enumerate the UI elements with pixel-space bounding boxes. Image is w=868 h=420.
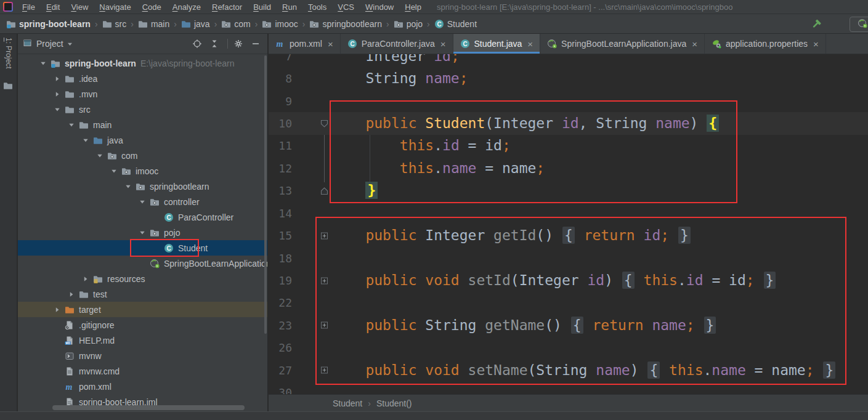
menu-window[interactable]: Window [360,2,399,12]
plus-fold-icon[interactable] [320,321,328,329]
menu-run[interactable]: Run [277,2,302,12]
close-icon[interactable]: × [692,39,697,49]
code-line-18[interactable]: 18 [269,247,868,270]
code-line-8[interactable]: 8 String name; [269,67,868,90]
close-icon[interactable]: × [813,39,819,49]
breadcrumb-item-java[interactable]: java [181,19,210,29]
run-configuration-button[interactable]: S [850,17,868,32]
menu-analyze[interactable]: Analyze [167,2,206,12]
tab-application-properties[interactable]: application.properties× [705,34,826,54]
breadcrumb-item-student[interactable]: CStudent [434,19,477,29]
breadcrumb-item-imooc[interactable]: imooc [262,19,298,29]
menu-build[interactable]: Build [248,2,277,12]
code-line-26[interactable]: 26 [269,336,868,359]
tree-item-main[interactable]: main [18,117,267,132]
tree-item-springbootlearn[interactable]: springbootlearn [18,179,267,194]
chevron-down-icon[interactable] [107,163,121,179]
editor-breadcrumb-student[interactable]: Student() [376,398,412,408]
tree-item-imooc[interactable]: imooc [18,163,267,179]
code-editor[interactable]: 7 Integer id;8 String name;910 public St… [269,54,868,394]
chevron-right-icon[interactable] [51,86,64,102]
editor-breadcrumb-student[interactable]: Student [333,398,362,408]
tree-item-mvnw[interactable]: mvnw [18,348,267,363]
chevron-down-icon[interactable] [79,132,92,148]
chevron-down-icon[interactable] [65,117,78,132]
breadcrumb-item-spring-boot-learn[interactable]: spring-boot-learn [6,19,91,29]
collapse-all-icon[interactable] [208,37,221,50]
tree-item-help-md[interactable]: MDHELP.md [18,333,267,348]
breadcrumb-item-com[interactable]: com [221,19,250,29]
tree-item-pojo[interactable]: pojo [18,225,267,240]
chevron-right-icon[interactable] [51,71,64,86]
tree-item-resources[interactable]: resources [18,271,267,286]
code-line-13[interactable]: 13 } [269,179,868,202]
code-line-11[interactable]: 11 this.id = id; [269,134,868,157]
close-icon[interactable]: × [440,39,446,49]
menu-edit[interactable]: Edit [41,2,65,12]
code-line-12[interactable]: 12 this.name = name; [269,157,868,180]
breadcrumb-item-pojo[interactable]: pojo [394,19,423,29]
chevron-down-icon[interactable] [51,102,64,117]
menu-help[interactable]: Help [399,2,427,12]
chevron-down-icon[interactable] [67,39,73,49]
tree-item-src[interactable]: src [18,102,267,117]
chevron-down-icon[interactable] [136,225,149,240]
code-line-23[interactable]: 23 public String getName() { return name… [269,314,868,337]
menu-navigate[interactable]: Navigate [94,2,136,12]
close-icon[interactable]: × [328,39,333,49]
tree-item-test[interactable]: test [18,286,267,302]
code-line-15[interactable]: 15 public Integer getId() { return id; } [269,224,868,247]
code-line-27[interactable]: 27 public void setName(String name) { th… [269,359,868,382]
menu-code[interactable]: Code [137,2,167,12]
plus-fold-icon[interactable] [320,232,328,240]
fold-top-fold-icon[interactable] [320,119,328,128]
chevron-down-icon[interactable] [36,55,50,71]
tree-item-java[interactable]: java [18,132,267,148]
code-line-9[interactable]: 9 [269,90,868,113]
chevron-right-icon[interactable] [65,286,78,302]
project-panel-title[interactable]: Project [36,39,63,49]
tree-item-mvnw-cmd[interactable]: mvnw.cmd [18,363,267,379]
build-hammer-icon[interactable] [809,17,824,31]
tree-item-controller[interactable]: controller [18,194,267,209]
chevron-down-icon[interactable] [121,179,135,194]
vertical-scrollbar[interactable] [264,55,267,334]
tab-pom-xml[interactable]: mpom.xml× [269,34,341,54]
plus-fold-icon[interactable] [320,366,328,374]
locate-icon[interactable] [190,37,204,50]
chevron-down-icon[interactable] [93,148,107,163]
menu-tools[interactable]: Tools [302,2,332,12]
menu-refactor[interactable]: Refactor [206,2,248,12]
tab-paracontroller-java[interactable]: CParaController.java× [341,34,453,54]
chevron-right-icon[interactable] [51,302,64,317]
toolwindow-tab-project[interactable]: 1: Project [4,38,13,69]
code-line-19[interactable]: 19 public void setId(Integer id) { this.… [269,269,868,292]
fold-bottom-fold-icon[interactable] [320,187,328,195]
tree-item-target[interactable]: target [18,302,267,317]
tree-item-mvn[interactable]: .mvn [18,86,267,102]
code-line-30[interactable]: 30 [269,381,868,394]
tree-item-spring-boot-learn[interactable]: spring-boot-learnE:\java\spring-boot-lea… [18,55,267,71]
menu-vcs[interactable]: VCS [332,2,360,12]
breadcrumb-item-src[interactable]: src [102,19,127,29]
tree-item-springbootlearnapplication[interactable]: SpringBootLearnApplication [18,256,267,271]
code-line-22[interactable]: 22 [269,291,868,314]
code-line-10[interactable]: 10 public Student(Integer id, String nam… [269,112,868,135]
tree-item-gitignore[interactable]: .gitignore [18,317,267,333]
tab-springbootlearnapplication-java[interactable]: SpringBootLearnApplication.java× [540,34,705,54]
menu-view[interactable]: View [65,2,94,12]
tree-item-com[interactable]: com [18,148,267,163]
tree-item-student[interactable]: CStudent [18,240,267,256]
horizontal-scrollbar[interactable] [52,405,245,410]
close-icon[interactable]: × [527,39,533,49]
plus-fold-icon[interactable] [320,277,328,285]
settings-gear-icon[interactable] [232,37,245,50]
chevron-down-icon[interactable] [136,194,149,209]
chevron-right-icon[interactable] [79,271,92,286]
code-line-14[interactable]: 14 [269,202,868,225]
breadcrumb-item-main[interactable]: main [138,19,169,29]
menu-file[interactable]: File [17,2,41,12]
breadcrumb-item-springbootlearn[interactable]: springbootlearn [309,19,382,29]
tree-item-idea[interactable]: .idea [18,71,267,86]
tree-item-pom-xml[interactable]: mpom.xml [18,379,267,394]
